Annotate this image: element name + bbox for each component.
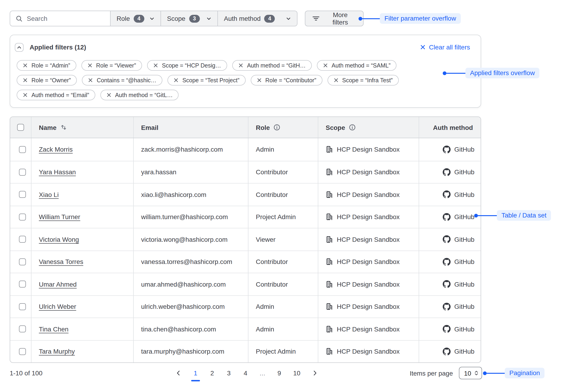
user-name-link[interactable]: Vanessa Torres <box>39 258 83 266</box>
clear-all-filters-button[interactable]: Clear all filters <box>420 43 470 51</box>
sort-icon[interactable] <box>60 124 67 131</box>
dismiss-icon[interactable] <box>323 63 328 68</box>
applied-filter-chip[interactable]: Scope = “HCP Desig… <box>147 60 227 71</box>
org-icon <box>326 146 333 153</box>
user-name-link[interactable]: William Turner <box>39 213 80 221</box>
applied-filter-chip[interactable]: Role = “Contributor” <box>251 75 322 86</box>
row-checkbox[interactable] <box>19 258 26 265</box>
email-text: ulrich.weber@hashicorp.com <box>141 303 225 310</box>
page-ellipsis: … <box>259 369 265 377</box>
row-checkbox[interactable] <box>19 326 26 333</box>
page: Role 4 Scope 3 Auth method 4 More filter… <box>0 0 563 392</box>
page-number-9[interactable]: 9 <box>276 369 282 377</box>
auth-method-text: GitHub <box>454 303 474 310</box>
dismiss-icon[interactable] <box>106 92 111 98</box>
page-number-2[interactable]: 2 <box>209 369 215 377</box>
scope-text: HCP Design Sandbox <box>337 325 400 333</box>
github-icon <box>443 280 451 288</box>
user-name-link[interactable]: Ulrich Weber <box>39 303 76 310</box>
applied-filter-chips: Role = “Admin”Role = “Viewer”Scope = “HC… <box>17 60 399 100</box>
applied-filter-chip[interactable]: Auth method = “Email” <box>17 90 95 100</box>
scope-cell: HCP Design Sandbox <box>318 251 419 273</box>
row-checkbox[interactable] <box>19 146 26 153</box>
user-name-link[interactable]: Tara Murphy <box>39 348 75 355</box>
dismiss-icon[interactable] <box>23 78 28 83</box>
more-filters-button[interactable]: More filters <box>305 11 364 26</box>
dismiss-icon[interactable] <box>173 78 179 83</box>
search-box[interactable] <box>10 11 110 26</box>
dismiss-icon[interactable] <box>88 78 93 83</box>
row-checkbox[interactable] <box>19 236 26 243</box>
email-cell: ulrich.weber@hashicorp.com <box>134 296 248 318</box>
applied-filter-chip[interactable]: Auth method = “GitH… <box>232 60 312 71</box>
org-icon <box>326 191 333 198</box>
dismiss-icon[interactable] <box>153 63 158 68</box>
role-cell: Contributor <box>248 251 318 273</box>
user-name-link[interactable]: Victoria Wong <box>39 236 79 243</box>
results-range: 1-10 of 100 <box>10 369 43 377</box>
applied-filter-chip[interactable]: Role = “Owner” <box>17 75 77 86</box>
applied-filter-chip-label: Auth method = “SAML” <box>332 62 390 69</box>
page-number-10[interactable]: 10 <box>293 369 300 377</box>
applied-filter-chip[interactable]: Role = “Viewer” <box>81 60 142 71</box>
applied-filter-chip[interactable]: Contains = “@hashic… <box>82 75 162 86</box>
dismiss-icon[interactable] <box>87 63 92 68</box>
row-select-cell <box>10 273 31 295</box>
table-row: Xiao Lixiao.li@hashicorp.comContributorH… <box>10 183 481 206</box>
dismiss-icon[interactable] <box>238 63 243 68</box>
previous-page-button[interactable] <box>175 370 181 376</box>
applied-filter-chip[interactable]: Role = “Admin” <box>17 60 76 71</box>
applied-filter-row: Role = “Owner”Contains = “@hashic…Scope … <box>17 75 399 86</box>
items-per-page-select[interactable]: 10 <box>459 367 482 379</box>
role-text: Contributor <box>256 258 288 266</box>
info-icon[interactable] <box>274 124 281 131</box>
applied-filter-chip[interactable]: Scope = “Infra Test” <box>327 75 398 86</box>
applied-filter-chip[interactable]: Auth method = “SAML” <box>317 60 397 71</box>
applied-filter-chip[interactable]: Scope = “Test Project” <box>167 75 245 86</box>
page-number-4[interactable]: 4 <box>243 369 248 377</box>
email-column-label: Email <box>141 124 158 131</box>
org-icon <box>326 348 333 355</box>
row-checkbox[interactable] <box>19 169 26 176</box>
page-number-3[interactable]: 3 <box>226 369 231 377</box>
dismiss-icon[interactable] <box>23 92 28 98</box>
next-page-button[interactable] <box>312 370 318 376</box>
dismiss-icon[interactable] <box>256 78 262 83</box>
row-checkbox[interactable] <box>19 191 26 198</box>
auth-method-text: GitHub <box>454 258 474 266</box>
auth-method-cell: GitHub <box>419 273 481 295</box>
select-all-checkbox[interactable] <box>17 124 24 131</box>
applied-filters-title: Applied filters (12) <box>30 43 86 51</box>
user-name-link[interactable]: Yara Hassan <box>39 169 76 176</box>
filter-dropdown-role[interactable]: Role 4 <box>110 11 161 26</box>
applied-filter-chip[interactable]: Auth method = “GitL… <box>100 90 179 100</box>
search-input[interactable] <box>27 15 105 22</box>
row-checkbox[interactable] <box>19 214 26 220</box>
dismiss-icon[interactable] <box>333 78 338 83</box>
filter-dropdown-scope[interactable]: Scope 3 <box>161 11 218 26</box>
clear-icon <box>420 44 426 50</box>
user-name-link[interactable]: Tina Chen <box>39 325 68 333</box>
auth-method-cell: GitHub <box>419 206 481 228</box>
email-cell: zack.morris@hashicorp.com <box>134 138 248 161</box>
filter-lines-icon <box>312 15 320 22</box>
row-checkbox[interactable] <box>19 303 26 310</box>
email-text: william.turner@hashicorp.com <box>141 213 228 221</box>
dismiss-icon[interactable] <box>23 63 28 68</box>
role-cell: Contributor <box>248 273 318 295</box>
scope-cell: HCP Design Sandbox <box>318 138 419 161</box>
user-name-link[interactable]: Zack Morris <box>39 146 73 153</box>
page-number-1[interactable]: 1 <box>193 369 198 377</box>
user-name-link[interactable]: Umar Ahmed <box>39 281 77 288</box>
chevron-left-icon <box>175 370 181 376</box>
collapse-applied-filters-button[interactable] <box>15 43 24 51</box>
info-icon[interactable] <box>349 124 356 131</box>
user-name-link[interactable]: Xiao Li <box>39 191 59 198</box>
annotation-line <box>362 18 380 19</box>
row-checkbox[interactable] <box>19 281 26 288</box>
auth-method-cell: GitHub <box>419 228 481 250</box>
auth-method-cell: GitHub <box>419 341 481 362</box>
role-cell: Admin <box>248 318 318 340</box>
row-checkbox[interactable] <box>19 348 26 355</box>
filter-dropdown-auth-method[interactable]: Auth method 4 <box>218 11 297 26</box>
